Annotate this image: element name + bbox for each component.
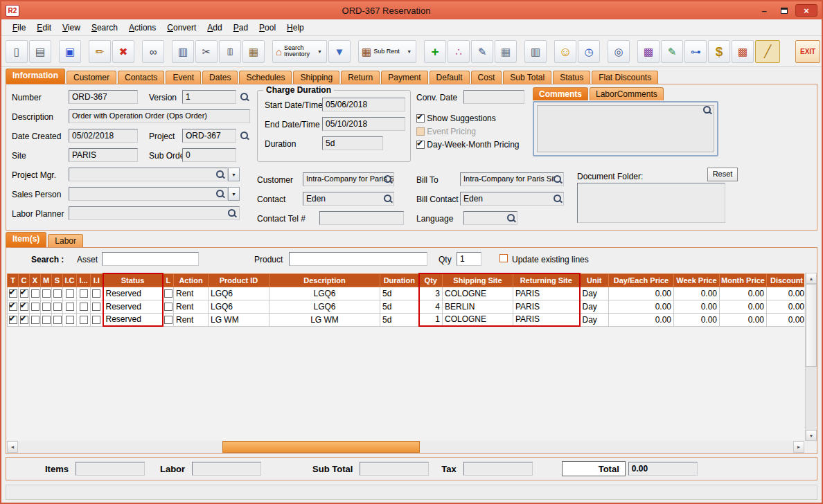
scroll-left-icon[interactable]: ◄ — [7, 441, 18, 453]
cell-description[interactable]: LGQ6 — [269, 300, 380, 313]
table-row[interactable]: ReservedRentLGQ6LGQ65d3COLOGNEPARISDay0.… — [8, 287, 805, 300]
row-checkbox-c[interactable] — [20, 289, 28, 298]
column-header-discount[interactable]: Discount — [767, 273, 805, 287]
cell-c[interactable] — [19, 287, 30, 300]
cell-action[interactable]: Rent — [174, 300, 209, 313]
language-search-icon[interactable] — [506, 213, 516, 223]
menu-search[interactable]: Search — [86, 21, 123, 35]
cell-idot[interactable] — [77, 300, 91, 313]
vertical-scrollbar-thumb[interactable] — [806, 284, 817, 367]
cell-duration[interactable]: 5d — [380, 300, 419, 313]
save-button[interactable]: ▣ — [59, 40, 81, 63]
cell-s[interactable] — [52, 300, 63, 313]
cell-month_price[interactable]: 0.00 — [720, 300, 767, 313]
row-checkbox-l[interactable] — [164, 303, 172, 311]
smiley-button[interactable]: ☺ — [554, 40, 576, 63]
cell-ii[interactable] — [91, 313, 103, 326]
cell-discount[interactable]: 0.00 — [767, 300, 805, 313]
column-header-week_price[interactable]: Week Price — [674, 273, 720, 287]
row-checkbox-t[interactable] — [9, 303, 17, 311]
row-checkbox-m[interactable] — [42, 289, 51, 298]
cell-week_price[interactable]: 0.00 — [674, 287, 720, 300]
column-header-description[interactable]: Description — [269, 273, 380, 287]
tab-status[interactable]: Status — [553, 71, 590, 84]
row-checkbox-t[interactable] — [9, 289, 17, 298]
scroll-up-icon[interactable]: ▲ — [806, 273, 817, 284]
cell-ii[interactable] — [91, 300, 103, 313]
edit-note-button[interactable]: ✎ — [471, 40, 493, 63]
version-search-icon[interactable] — [240, 92, 249, 102]
duration-field[interactable]: 5d — [322, 136, 383, 150]
horizontal-scrollbar-thumb[interactable] — [222, 441, 420, 453]
print-forms-button[interactable]: ▥ — [524, 40, 547, 63]
cell-l[interactable] — [163, 300, 174, 313]
money-button[interactable]: $ — [708, 40, 730, 63]
cell-day_each_price[interactable]: 0.00 — [609, 300, 674, 313]
cell-s[interactable] — [52, 313, 63, 326]
add-line-button[interactable]: + — [424, 40, 446, 63]
cell-description[interactable]: LGQ6 — [269, 287, 380, 300]
row-checkbox-m[interactable] — [42, 316, 51, 324]
cell-duration[interactable]: 5d — [380, 313, 419, 326]
cell-t[interactable] — [8, 300, 19, 313]
tab-labor-comments[interactable]: LaborComments — [590, 87, 664, 100]
cell-month_price[interactable]: 0.00 — [720, 313, 767, 326]
new-button[interactable]: ▯ — [6, 40, 28, 63]
row-checkbox-ii[interactable] — [92, 289, 100, 298]
cell-status[interactable]: Reserved — [103, 300, 163, 313]
contact-search-icon[interactable] — [383, 194, 393, 204]
row-checkbox-ii[interactable] — [92, 316, 100, 324]
column-header-shipping_site[interactable]: Shipping Site — [443, 273, 513, 287]
batch-button[interactable]: ▦ — [495, 40, 517, 63]
number-field[interactable]: ORD-367 — [69, 90, 138, 104]
tab-comments[interactable]: Comments — [533, 87, 588, 100]
project-search-icon[interactable] — [240, 131, 249, 141]
tab-item-s[interactable]: Item(s) — [6, 232, 46, 247]
cell-returning_site[interactable]: PARIS — [513, 313, 580, 326]
cell-x[interactable] — [30, 313, 41, 326]
reset-button[interactable]: Reset — [707, 168, 738, 181]
column-header-m[interactable]: M — [41, 273, 52, 287]
row-checkbox-s[interactable] — [53, 289, 62, 298]
cell-t[interactable] — [8, 287, 19, 300]
project-mgr-dropdown[interactable]: ▼ — [228, 168, 240, 181]
menu-pool[interactable]: Pool — [254, 21, 281, 35]
row-checkbox-c[interactable] — [20, 316, 28, 324]
column-header-duration[interactable]: Duration — [380, 273, 419, 287]
cell-idot[interactable] — [77, 287, 91, 300]
tab-contacts[interactable]: Contacts — [118, 71, 164, 84]
row-checkbox-l[interactable] — [164, 316, 172, 324]
column-header-product_id[interactable]: Product ID — [209, 273, 269, 287]
sub-rent-button[interactable]: ▦Sub Rent▼ — [358, 40, 416, 63]
disc-button[interactable]: ◎ — [608, 40, 630, 63]
tab-payment[interactable]: Payment — [381, 71, 427, 84]
site-field[interactable]: PARIS — [69, 148, 138, 162]
row-checkbox-idot[interactable] — [80, 303, 88, 311]
paste-button[interactable]: ▦ — [242, 40, 265, 63]
column-header-s[interactable]: S — [52, 273, 63, 287]
cell-unit[interactable]: Day — [580, 300, 609, 313]
scroll-right-icon[interactable]: ► — [793, 441, 804, 453]
menu-help[interactable]: Help — [281, 21, 310, 35]
menu-edit[interactable]: Edit — [31, 21, 57, 35]
date-created-field[interactable]: 05/02/2018 — [69, 129, 138, 143]
notepad-button[interactable]: ✎ — [661, 40, 683, 63]
tab-shipping[interactable]: Shipping — [293, 71, 339, 84]
search-inventory-dropdown-icon[interactable]: ▼ — [317, 49, 322, 54]
column-header-t[interactable]: T — [8, 273, 19, 287]
bill-to-field[interactable]: Intra-Company for Paris Sit — [460, 172, 564, 186]
maximize-button[interactable] — [775, 4, 793, 17]
cell-product_id[interactable]: LG WM — [209, 313, 269, 326]
cell-discount[interactable]: 0.00 — [767, 313, 805, 326]
row-checkbox-idot[interactable] — [80, 316, 88, 324]
row-checkbox-t[interactable] — [9, 316, 17, 324]
column-header-x[interactable]: X — [30, 273, 41, 287]
cell-shipping_site[interactable]: BERLIN — [443, 300, 513, 313]
cell-ic[interactable] — [63, 300, 77, 313]
cell-action[interactable]: Rent — [174, 287, 209, 300]
cell-week_price[interactable]: 0.00 — [674, 300, 720, 313]
bill-contact-field[interactable]: Eden — [460, 192, 564, 206]
search-inventory-button[interactable]: ⌂Search Inventory▼ — [272, 40, 327, 63]
column-header-qty[interactable]: Qty — [419, 273, 443, 287]
find-button[interactable]: ∞ — [142, 40, 164, 63]
